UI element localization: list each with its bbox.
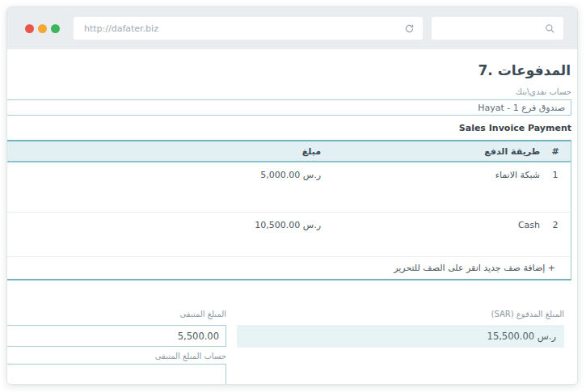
browser-search-bar[interactable] — [432, 17, 563, 40]
remaining-amount-input[interactable] — [7, 325, 226, 347]
cell-payment-method: Cash — [321, 220, 540, 230]
cell-row-number: 1 — [540, 170, 571, 180]
remaining-account-label: حساب المبلغ المتبقى — [7, 352, 226, 361]
payment-row[interactable]: 2 Cash ر.س 10,500.00 — [7, 213, 571, 257]
payments-table: # طريقة الدفع مبلغ 1 شبكة الانماء ر.س 5,… — [7, 140, 571, 280]
remaining-amount-label: المبلغ المتبقى — [7, 310, 226, 319]
paid-amount-label: المبلغ المدفوع (SAR) — [237, 310, 564, 319]
column-header-payment-method: طريقة الدفع — [321, 146, 540, 157]
bank-account-select[interactable]: صندوق فرع 1 - Hayat — [7, 99, 571, 116]
paid-amount-value: ر.س 15,500.00 — [237, 325, 564, 348]
column-header-number: # — [540, 146, 571, 157]
search-icon[interactable] — [545, 23, 555, 34]
table-header-row: # طريقة الدفع مبلغ — [7, 141, 571, 162]
paid-amount-block: المبلغ المدفوع (SAR) ر.س 15,500.00 — [237, 310, 571, 385]
add-row-button[interactable]: + إضافة صف جديد انقر على الصف للتحرير — [7, 257, 571, 279]
cell-payment-method: شبكة الانماء — [321, 170, 540, 180]
page-title: 7. المدفوعات — [7, 62, 571, 78]
bank-account-value: صندوق فرع 1 - Hayat — [478, 103, 565, 113]
section-header: Sales Invoice Payment — [7, 123, 571, 133]
maximize-window-button[interactable] — [51, 24, 60, 33]
payments-page: 7. المدفوعات حساب نقدي\بنك صندوق فرع 1 -… — [7, 49, 577, 385]
browser-chrome: http://dafater.biz — [7, 7, 577, 49]
browser-window: http://dafater.biz 7. المدفوعات حساب نقد… — [6, 6, 578, 385]
cell-amount: ر.س 10,500.00 — [7, 220, 321, 230]
cell-amount: ر.س 5,000.00 — [7, 170, 321, 180]
cell-row-number: 2 — [540, 220, 571, 230]
close-window-button[interactable] — [25, 24, 34, 33]
totals-section: المبلغ المدفوع (SAR) ر.س 15,500.00 المبل… — [7, 310, 571, 385]
column-header-amount: مبلغ — [7, 146, 321, 157]
minimize-window-button[interactable] — [38, 24, 47, 33]
url-bar[interactable]: http://dafater.biz — [74, 17, 423, 40]
window-controls — [25, 24, 60, 33]
refresh-icon[interactable] — [404, 23, 415, 34]
bank-account-label: حساب نقدي\بنك — [7, 87, 571, 97]
remaining-amount-block: المبلغ المتبقى حساب المبلغ المتبقى — [7, 310, 226, 385]
payment-row[interactable]: 1 شبكة الانماء ر.س 5,000.00 — [7, 162, 571, 213]
url-text: http://dafater.biz — [74, 23, 399, 34]
remaining-account-input[interactable] — [7, 364, 226, 385]
